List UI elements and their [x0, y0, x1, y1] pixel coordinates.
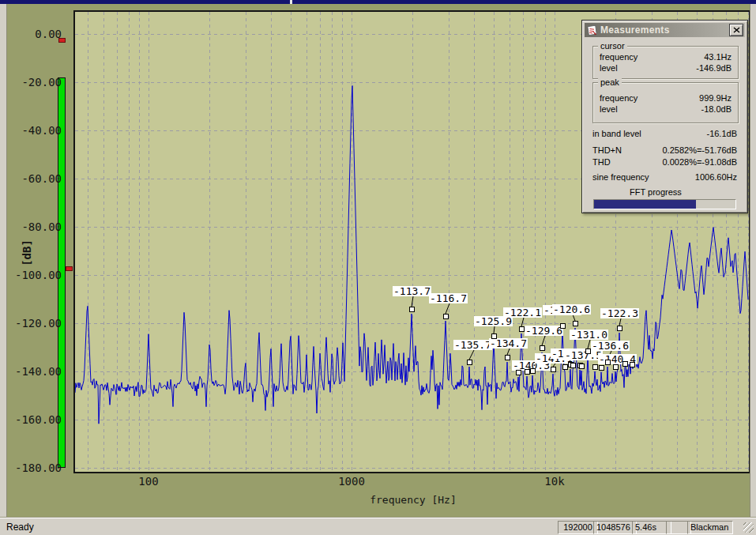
peak-marker: [630, 362, 635, 367]
peak-marker: [505, 355, 510, 360]
status-field: 1048576: [593, 521, 637, 534]
y-tick-label: -120.00: [0, 317, 62, 330]
peak-group-label: peak: [598, 77, 622, 87]
cursor-group-label: cursor: [598, 41, 627, 51]
peak-marker: [551, 367, 556, 372]
peak-marker: [605, 360, 611, 365]
x-tick-label: 10k: [527, 475, 582, 488]
x-tick-label: 1000: [324, 475, 379, 488]
y-tick-label: -20.00: [0, 76, 62, 89]
peak-value-label: -122.1: [503, 307, 542, 318]
fft-progress-label: FFT progress: [630, 187, 682, 197]
peak-value-label: -134.7: [489, 338, 528, 349]
peak-value-label: -135.7: [453, 340, 492, 350]
meter-peak-mark: [66, 266, 73, 271]
status-text: Ready: [6, 522, 34, 533]
peak-value-label: -120.6: [552, 304, 591, 315]
fft-progress-bar: [593, 199, 736, 209]
window-titlebar-edge: [0, 0, 756, 4]
thdn-value: 0.2582%=-51.76dB: [663, 145, 738, 155]
window-border-left: [0, 4, 7, 518]
cursor-group: cursor frequency 43.1Hz level -146.9dB: [592, 46, 739, 79]
peak-marker: [613, 364, 619, 370]
peak-marker: [491, 333, 497, 339]
y-tick-label: -60.00: [0, 172, 62, 185]
cursor-level-label: level: [600, 63, 618, 73]
status-bar: Ready 19200010485765.46sBlackman: [0, 517, 756, 535]
peak-value-label: -116.7: [429, 293, 468, 303]
peak-marker: [617, 326, 622, 331]
y-tick-label: -160.00: [0, 413, 62, 426]
status-field: 192000: [558, 521, 598, 534]
peak-marker: [525, 369, 530, 375]
peak-value-label: -122.3: [600, 308, 639, 318]
inband-level-value: -16.1dB: [706, 129, 737, 138]
peak-marker: [516, 370, 521, 375]
fft-progress-fill: [594, 200, 696, 209]
peak-marker: [409, 307, 415, 312]
close-icon[interactable]: [729, 24, 743, 36]
peak-group: peak frequency 999.9Hz level -18.0dB: [592, 82, 739, 123]
peak-marker: [599, 365, 604, 371]
titlebar-caret-mark: [290, 0, 292, 4]
peak-marker: [467, 360, 472, 365]
peak-level-value: -18.0dB: [701, 104, 732, 115]
peak-marker: [573, 321, 578, 326]
peak-value-label: -136.6: [591, 341, 630, 351]
app-window: { "statusbar": { "ready": "Ready", "fiel…: [0, 0, 756, 535]
measurements-window: Measurements cursor frequency 43.1Hz lev…: [581, 20, 748, 213]
sine-frequency-value: 1006.60Hz: [695, 172, 737, 182]
y-tick-label: -80.00: [0, 220, 62, 233]
resize-grip[interactable]: [743, 522, 754, 533]
inband-level-label: in band level: [592, 129, 641, 138]
peak-marker: [570, 363, 576, 368]
measurements-icon: [586, 24, 598, 36]
peak-marker: [592, 364, 598, 370]
peak-marker: [579, 364, 585, 369]
cursor-frequency-label: frequency: [600, 52, 638, 62]
measurements-titlebar[interactable]: Measurements: [585, 23, 745, 37]
y-tick-label: -180.00: [0, 462, 62, 474]
peak-frequency-value: 999.9Hz: [699, 93, 732, 104]
peak-level-label: level: [600, 104, 618, 115]
cursor-frequency-value: 43.1Hz: [704, 52, 732, 62]
peak-value-label: -131.0: [570, 330, 608, 340]
y-tick-label: 0.00: [0, 28, 62, 40]
peak-marker: [530, 368, 536, 374]
peak-marker: [560, 323, 566, 329]
y-tick-label: -140.00: [0, 365, 62, 378]
x-tick-label: 100: [121, 475, 176, 488]
thd-value: 0.0028%=-91.08dB: [663, 157, 738, 167]
cursor-level-value: -146.9dB: [696, 63, 732, 73]
peak-value-label: -129.6: [525, 326, 563, 336]
thd-label: THD: [592, 157, 611, 167]
peak-marker: [540, 345, 545, 351]
peak-value-label: -113.7: [393, 286, 431, 296]
peak-marker: [443, 314, 449, 319]
thdn-label: THD+N: [592, 145, 622, 155]
peak-marker: [562, 364, 568, 370]
y-tick-label: -40.00: [0, 124, 62, 137]
window-border-right: [750, 4, 756, 518]
measurements-title: Measurements: [600, 24, 727, 36]
y-tick-label: -100.00: [0, 269, 62, 281]
sine-frequency-label: sine frequency: [592, 172, 649, 182]
peak-frequency-label: frequency: [600, 93, 638, 104]
peak-marker: [585, 349, 591, 354]
peak-marker: [622, 361, 628, 367]
status-field: Blackman: [687, 521, 733, 534]
peak-marker: [519, 326, 525, 332]
x-axis-title: frequency [Hz]: [350, 494, 476, 506]
